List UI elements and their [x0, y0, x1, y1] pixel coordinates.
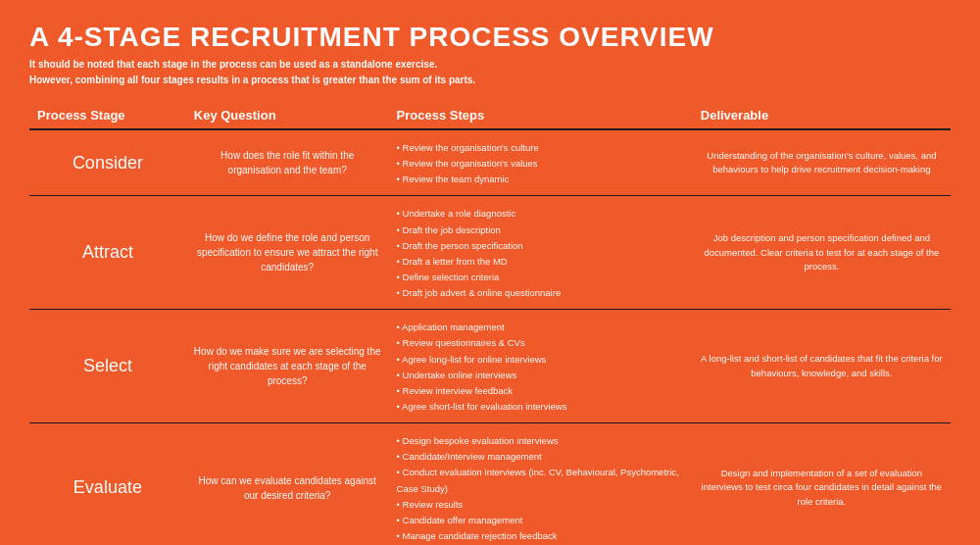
step-item: Conduct evaluation interviews (inc. CV, …	[397, 465, 685, 496]
stage-cell: Attract	[29, 196, 186, 310]
deliverable-cell: Understanding of the organisation's cult…	[693, 129, 951, 196]
step-item: Design bespoke evaluation interviews	[397, 433, 685, 449]
step-item: Draft the person specification	[397, 238, 685, 254]
question-cell: How can we evaluate candidates against o…	[186, 423, 389, 545]
step-item: Review results	[397, 497, 685, 513]
step-item: Review the organisation's culture	[397, 140, 685, 156]
table-row: AttractHow do we define the role and per…	[29, 196, 951, 310]
step-item: Review interview feedback	[397, 383, 685, 399]
step-item: Draft a letter from the MD	[397, 254, 685, 270]
step-item: Agree long-list for online interviews	[397, 352, 685, 368]
question-cell: How does the role fit within the organis…	[186, 129, 389, 196]
header-stage: Process Stage	[29, 102, 186, 129]
table-row: EvaluateHow can we evaluate candidates a…	[29, 423, 951, 545]
question-cell: How do we make sure we are selecting the…	[186, 310, 389, 423]
process-table: Process Stage Key Question Process Steps…	[29, 102, 951, 545]
page-subtitle: It should be noted that each stage in th…	[29, 57, 951, 88]
page-title: A 4-STAGE RECRUITMENT PROCESS OVERVIEW	[29, 22, 951, 53]
step-item: Agree short-list for evaluation intervie…	[397, 399, 685, 415]
header-question: Key Question	[186, 102, 389, 129]
step-item: Review the organisation's values	[397, 156, 685, 172]
table-row: ConsiderHow does the role fit within the…	[29, 129, 951, 196]
step-item: Draft job advert & online questionnaire	[397, 285, 685, 301]
step-item: Candidate offer management	[397, 513, 685, 528]
deliverable-cell: Design and implementation of a set of ev…	[693, 423, 951, 545]
header-steps: Process Steps	[389, 102, 693, 129]
table-row: SelectHow do we make sure we are selecti…	[29, 310, 951, 423]
step-item: Application management	[397, 320, 685, 335]
stage-cell: Evaluate	[29, 423, 186, 545]
step-item: Review questionnaires & CVs	[397, 335, 685, 351]
stage-cell: Consider	[29, 129, 186, 196]
table-header-row: Process Stage Key Question Process Steps…	[29, 102, 951, 129]
question-cell: How do we define the role and person spe…	[186, 196, 389, 310]
header-deliverable: Deliverable	[693, 102, 951, 129]
steps-cell: Undertake a role diagnosticDraft the job…	[389, 196, 693, 310]
stage-cell: Select	[29, 310, 186, 423]
step-item: Define selection criteria	[397, 270, 685, 285]
steps-cell: Design bespoke evaluation interviewsCand…	[389, 423, 693, 545]
deliverable-cell: A long-list and short-list of candidates…	[693, 310, 951, 423]
steps-cell: Application managementReview questionnai…	[389, 310, 693, 423]
step-item: Manage candidate rejection feedback	[397, 528, 685, 544]
step-item: Undertake online interviews	[397, 368, 685, 383]
page-container: A 4-STAGE RECRUITMENT PROCESS OVERVIEW I…	[0, 0, 980, 545]
deliverable-cell: Job description and person specification…	[693, 196, 951, 310]
step-item: Candidate/Interview management	[397, 449, 685, 465]
step-item: Draft the job description	[397, 223, 685, 238]
step-item: Undertake a role diagnostic	[397, 206, 685, 222]
steps-cell: Review the organisation's cultureReview …	[389, 129, 693, 196]
step-item: Review the team dynamic	[397, 172, 685, 187]
